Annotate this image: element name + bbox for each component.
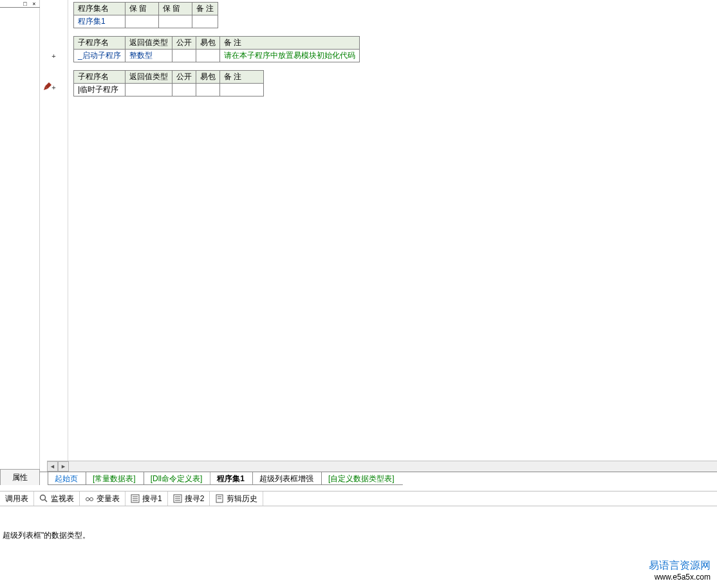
tab-super-listbox[interactable]: 超级列表框增强 <box>252 472 322 485</box>
watermark-url: www.e5a5x.com <box>649 573 711 582</box>
close-icon[interactable]: × <box>30 0 39 7</box>
status-text: 超级列表框"的数据类型。 <box>3 530 90 541</box>
tab-assembly1[interactable]: 程序集1 <box>210 472 253 485</box>
horizontal-scrollbar[interactable]: ◄ ► <box>47 461 717 472</box>
tab-call-table[interactable]: 调用表 <box>0 492 34 506</box>
col-package: 易包 <box>196 71 220 84</box>
assembly-table[interactable]: 程序集名 保 留 保 留 备 注 程序集1 <box>73 2 218 28</box>
list-icon <box>173 494 182 503</box>
properties-label: 属性 <box>12 472 28 483</box>
col-remark: 备 注 <box>220 71 264 84</box>
expand-icon[interactable]: + <box>51 84 55 91</box>
pencil-icon <box>42 82 51 91</box>
col-return-type: 返回值类型 <box>126 37 172 50</box>
cell-remark[interactable]: 请在本子程序中放置易模块初始化代码 <box>220 50 360 62</box>
col-sub-name: 子程序名 <box>74 71 126 84</box>
tab-search-2[interactable]: 搜寻2 <box>168 492 210 506</box>
svg-line-1 <box>45 500 48 502</box>
col-public: 公开 <box>172 71 196 84</box>
expand-icon[interactable]: + <box>51 52 55 60</box>
tab-constants[interactable]: [常量数据表] <box>86 472 144 485</box>
col-public: 公开 <box>172 37 196 50</box>
maximize-icon[interactable]: □ <box>21 0 30 7</box>
magnifier-icon <box>39 494 48 503</box>
col-assembly-name: 程序集名 <box>74 3 126 15</box>
col-reserved-1: 保 留 <box>126 3 159 15</box>
scroll-left-icon[interactable]: ◄ <box>47 461 58 472</box>
tab-search-1[interactable]: 搜寻1 <box>126 492 168 506</box>
subroutine-table-1[interactable]: 子程序名 返回值类型 公开 易包 备 注 _启动子程序 整数型 请在本子程序中放… <box>73 36 360 62</box>
svg-point-2 <box>86 498 89 501</box>
col-return-type: 返回值类型 <box>126 71 172 84</box>
col-package: 易包 <box>196 37 220 50</box>
tab-custom-types[interactable]: [自定义数据类型表] <box>321 472 403 485</box>
scroll-right-icon[interactable]: ► <box>58 461 69 472</box>
glasses-icon <box>85 494 94 503</box>
svg-point-3 <box>90 498 93 501</box>
cell-assembly-name[interactable]: 程序集1 <box>74 15 126 28</box>
svg-point-0 <box>41 495 46 501</box>
document-tabs: 起始页 [常量数据表] [Dll命令定义表] 程序集1 超级列表框增强 [自定义… <box>40 472 717 485</box>
cell-sub-name[interactable]: _启动子程序 <box>74 50 126 62</box>
tab-clip-history[interactable]: 剪辑历史 <box>210 492 263 506</box>
subroutine-table-2[interactable]: 子程序名 返回值类型 公开 易包 备 注 |临时子程序 <box>73 70 264 96</box>
cell-return-type[interactable]: 整数型 <box>126 50 172 62</box>
tab-start-page[interactable]: 起始页 <box>48 472 86 485</box>
col-remark: 备 注 <box>192 3 218 15</box>
table-row[interactable]: |临时子程序 <box>74 84 264 96</box>
col-reserved-2: 保 留 <box>159 3 192 15</box>
col-remark: 备 注 <box>220 37 360 50</box>
tab-dll-commands[interactable]: [Dll命令定义表] <box>144 472 211 485</box>
document-icon <box>215 494 224 503</box>
left-sidebar: □ × <box>0 0 40 469</box>
watermark-title: 易语言资源网 <box>649 559 711 573</box>
bottom-tool-tabs: 调用表 监视表 变量表 搜寻1 搜寻2 剪辑历史 <box>0 491 717 506</box>
sidebar-titlebar: □ × <box>0 0 40 8</box>
code-editor[interactable]: 程序集名 保 留 保 留 备 注 程序集1 子程序名 返回值类型 公开 易包 备… <box>68 0 717 469</box>
watermark: 易语言资源网 www.e5a5x.com <box>649 559 711 582</box>
table-row[interactable]: _启动子程序 整数型 请在本子程序中放置易模块初始化代码 <box>74 50 360 62</box>
list-icon <box>131 494 140 503</box>
cell-sub-name[interactable]: |临时子程序 <box>74 84 126 96</box>
tab-variable-table[interactable]: 变量表 <box>80 492 126 506</box>
tab-watch-table[interactable]: 监视表 <box>34 492 80 506</box>
table-row[interactable]: 程序集1 <box>74 15 218 28</box>
code-gutter: + + <box>40 0 68 469</box>
col-sub-name: 子程序名 <box>74 37 126 50</box>
properties-tab[interactable]: 属性 <box>0 469 40 485</box>
